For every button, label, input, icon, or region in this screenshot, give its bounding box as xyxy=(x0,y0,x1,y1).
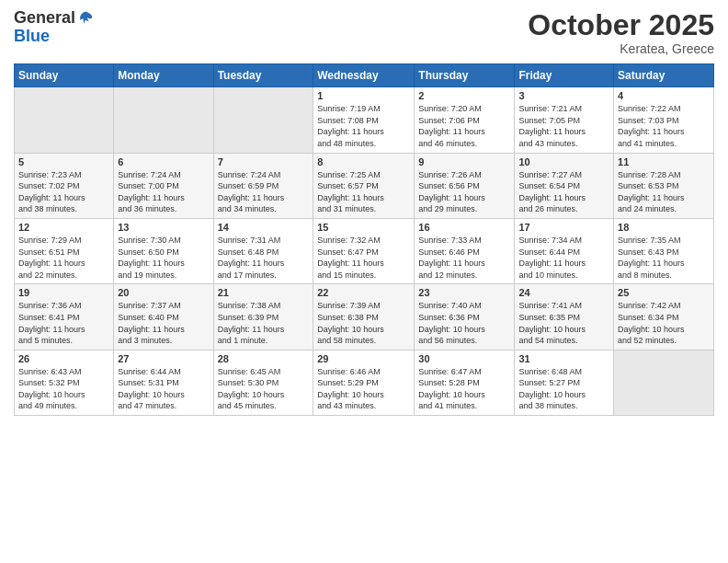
day-number: 9 xyxy=(418,156,510,167)
day-number: 20 xyxy=(118,287,209,298)
day-info: Sunrise: 7:20 AM Sunset: 7:06 PM Dayligh… xyxy=(418,103,510,149)
day-number: 26 xyxy=(18,353,109,364)
calendar-cell: 2Sunrise: 7:20 AM Sunset: 7:06 PM Daylig… xyxy=(415,87,515,153)
day-number: 5 xyxy=(18,156,109,167)
day-number: 24 xyxy=(518,287,609,298)
day-info: Sunrise: 7:25 AM Sunset: 6:57 PM Dayligh… xyxy=(317,169,410,215)
day-info: Sunrise: 7:36 AM Sunset: 6:41 PM Dayligh… xyxy=(18,300,109,346)
col-thursday: Thursday xyxy=(415,64,515,87)
day-number: 29 xyxy=(317,353,410,364)
calendar-cell: 23Sunrise: 7:40 AM Sunset: 6:36 PM Dayli… xyxy=(415,284,515,350)
day-info: Sunrise: 6:44 AM Sunset: 5:31 PM Dayligh… xyxy=(118,366,209,412)
calendar-cell: 13Sunrise: 7:30 AM Sunset: 6:50 PM Dayli… xyxy=(114,218,213,283)
day-info: Sunrise: 7:32 AM Sunset: 6:47 PM Dayligh… xyxy=(317,235,410,281)
col-friday: Friday xyxy=(515,64,614,87)
day-info: Sunrise: 6:46 AM Sunset: 5:29 PM Dayligh… xyxy=(317,366,410,412)
day-info: Sunrise: 7:35 AM Sunset: 6:43 PM Dayligh… xyxy=(618,235,710,281)
day-number: 27 xyxy=(118,353,209,364)
day-info: Sunrise: 7:38 AM Sunset: 6:39 PM Dayligh… xyxy=(218,300,310,346)
day-number: 13 xyxy=(118,222,209,233)
calendar-cell: 19Sunrise: 7:36 AM Sunset: 6:41 PM Dayli… xyxy=(15,284,114,350)
title-block: October 2025 Keratea, Greece xyxy=(528,9,714,56)
calendar-cell: 3Sunrise: 7:21 AM Sunset: 7:05 PM Daylig… xyxy=(515,87,614,153)
calendar-cell: 18Sunrise: 7:35 AM Sunset: 6:43 PM Dayli… xyxy=(614,218,714,283)
day-number: 19 xyxy=(18,287,109,298)
calendar-cell: 25Sunrise: 7:42 AM Sunset: 6:34 PM Dayli… xyxy=(614,284,714,350)
calendar-cell: 31Sunrise: 6:48 AM Sunset: 5:27 PM Dayli… xyxy=(515,350,614,415)
day-info: Sunrise: 7:29 AM Sunset: 6:51 PM Dayligh… xyxy=(18,235,109,281)
day-info: Sunrise: 7:24 AM Sunset: 6:59 PM Dayligh… xyxy=(218,169,310,215)
day-number: 11 xyxy=(618,156,710,167)
day-number: 6 xyxy=(118,156,209,167)
calendar-cell: 6Sunrise: 7:24 AM Sunset: 7:00 PM Daylig… xyxy=(114,153,213,218)
day-info: Sunrise: 7:33 AM Sunset: 6:46 PM Dayligh… xyxy=(418,235,510,281)
calendar-cell xyxy=(15,87,114,153)
col-sunday: Sunday xyxy=(15,64,114,87)
calendar-header-row: Sunday Monday Tuesday Wednesday Thursday… xyxy=(15,64,714,87)
day-info: Sunrise: 7:39 AM Sunset: 6:38 PM Dayligh… xyxy=(317,300,410,346)
calendar-cell: 24Sunrise: 7:41 AM Sunset: 6:35 PM Dayli… xyxy=(515,284,614,350)
calendar-cell: 12Sunrise: 7:29 AM Sunset: 6:51 PM Dayli… xyxy=(15,218,114,283)
day-number: 22 xyxy=(317,287,410,298)
calendar-cell xyxy=(114,87,213,153)
calendar-cell: 4Sunrise: 7:22 AM Sunset: 7:03 PM Daylig… xyxy=(614,87,714,153)
calendar-cell: 30Sunrise: 6:47 AM Sunset: 5:28 PM Dayli… xyxy=(415,350,515,415)
logo-general-text: General xyxy=(14,9,75,28)
day-number: 21 xyxy=(218,287,310,298)
day-number: 10 xyxy=(518,156,609,167)
day-number: 14 xyxy=(218,222,310,233)
day-number: 17 xyxy=(518,222,609,233)
day-number: 15 xyxy=(317,222,410,233)
day-number: 2 xyxy=(418,90,510,101)
day-number: 7 xyxy=(218,156,310,167)
day-info: Sunrise: 7:21 AM Sunset: 7:05 PM Dayligh… xyxy=(518,103,609,149)
day-info: Sunrise: 7:31 AM Sunset: 6:48 PM Dayligh… xyxy=(218,235,310,281)
day-info: Sunrise: 7:28 AM Sunset: 6:53 PM Dayligh… xyxy=(618,169,710,215)
calendar-cell: 10Sunrise: 7:27 AM Sunset: 6:54 PM Dayli… xyxy=(515,153,614,218)
calendar-cell: 7Sunrise: 7:24 AM Sunset: 6:59 PM Daylig… xyxy=(213,153,313,218)
page: General Blue October 2025 Keratea, Greec… xyxy=(0,0,728,563)
calendar-cell: 11Sunrise: 7:28 AM Sunset: 6:53 PM Dayli… xyxy=(614,153,714,218)
calendar-cell: 29Sunrise: 6:46 AM Sunset: 5:29 PM Dayli… xyxy=(313,350,415,415)
day-info: Sunrise: 7:37 AM Sunset: 6:40 PM Dayligh… xyxy=(118,300,209,346)
day-number: 18 xyxy=(618,222,710,233)
col-monday: Monday xyxy=(114,64,213,87)
col-tuesday: Tuesday xyxy=(213,64,313,87)
calendar-cell: 22Sunrise: 7:39 AM Sunset: 6:38 PM Dayli… xyxy=(313,284,415,350)
calendar-cell: 5Sunrise: 7:23 AM Sunset: 7:02 PM Daylig… xyxy=(15,153,114,218)
col-wednesday: Wednesday xyxy=(313,64,415,87)
day-info: Sunrise: 6:47 AM Sunset: 5:28 PM Dayligh… xyxy=(418,366,510,412)
day-info: Sunrise: 7:23 AM Sunset: 7:02 PM Dayligh… xyxy=(18,169,109,215)
calendar-cell: 15Sunrise: 7:32 AM Sunset: 6:47 PM Dayli… xyxy=(313,218,415,283)
calendar-cell xyxy=(213,87,313,153)
month-title: October 2025 xyxy=(528,9,714,41)
calendar-cell: 1Sunrise: 7:19 AM Sunset: 7:08 PM Daylig… xyxy=(313,87,415,153)
week-row-5: 26Sunrise: 6:43 AM Sunset: 5:32 PM Dayli… xyxy=(15,350,714,415)
calendar-cell: 26Sunrise: 6:43 AM Sunset: 5:32 PM Dayli… xyxy=(15,350,114,415)
calendar-cell xyxy=(614,350,714,415)
day-number: 23 xyxy=(418,287,510,298)
calendar-cell: 20Sunrise: 7:37 AM Sunset: 6:40 PM Dayli… xyxy=(114,284,213,350)
day-info: Sunrise: 7:27 AM Sunset: 6:54 PM Dayligh… xyxy=(518,169,609,215)
calendar-cell: 17Sunrise: 7:34 AM Sunset: 6:44 PM Dayli… xyxy=(515,218,614,283)
week-row-4: 19Sunrise: 7:36 AM Sunset: 6:41 PM Dayli… xyxy=(15,284,714,350)
calendar-table: Sunday Monday Tuesday Wednesday Thursday… xyxy=(14,63,714,416)
day-info: Sunrise: 7:22 AM Sunset: 7:03 PM Dayligh… xyxy=(618,103,710,149)
logo: General Blue xyxy=(14,9,94,46)
day-number: 12 xyxy=(18,222,109,233)
day-info: Sunrise: 7:42 AM Sunset: 6:34 PM Dayligh… xyxy=(618,300,710,346)
week-row-1: 1Sunrise: 7:19 AM Sunset: 7:08 PM Daylig… xyxy=(15,87,714,153)
day-info: Sunrise: 7:34 AM Sunset: 6:44 PM Dayligh… xyxy=(518,235,609,281)
day-number: 16 xyxy=(418,222,510,233)
calendar-cell: 27Sunrise: 6:44 AM Sunset: 5:31 PM Dayli… xyxy=(114,350,213,415)
week-row-2: 5Sunrise: 7:23 AM Sunset: 7:02 PM Daylig… xyxy=(15,153,714,218)
day-info: Sunrise: 7:40 AM Sunset: 6:36 PM Dayligh… xyxy=(418,300,510,346)
logo-blue-text: Blue xyxy=(14,28,94,46)
header: General Blue October 2025 Keratea, Greec… xyxy=(14,9,714,56)
day-number: 28 xyxy=(218,353,310,364)
calendar-cell: 8Sunrise: 7:25 AM Sunset: 6:57 PM Daylig… xyxy=(313,153,415,218)
calendar-cell: 9Sunrise: 7:26 AM Sunset: 6:56 PM Daylig… xyxy=(415,153,515,218)
day-number: 4 xyxy=(618,90,710,101)
location-subtitle: Keratea, Greece xyxy=(528,41,714,56)
day-number: 31 xyxy=(518,353,609,364)
